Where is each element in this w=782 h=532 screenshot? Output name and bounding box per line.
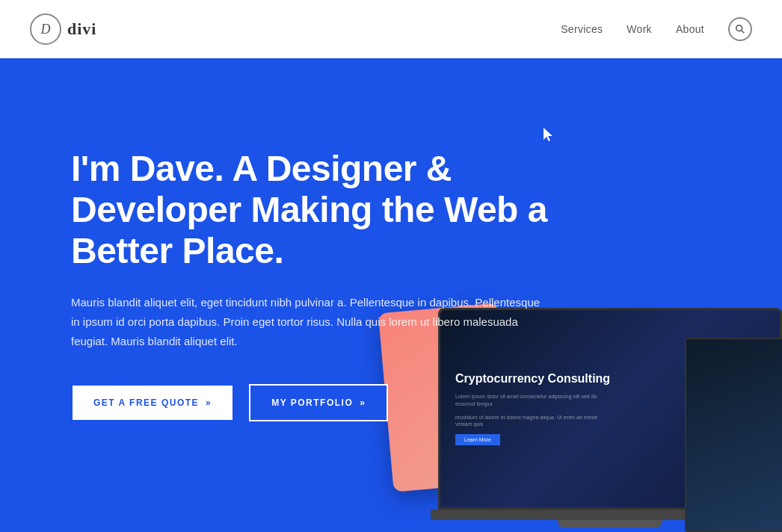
logo[interactable]: D divi bbox=[30, 13, 96, 45]
hero-content: I'm Dave. A Designer & Developer Making … bbox=[0, 148, 568, 421]
cursor-indicator bbox=[544, 128, 552, 141]
nav-about[interactable]: About bbox=[676, 23, 704, 35]
header: D divi Services Work About bbox=[0, 0, 782, 58]
secondary-screen-mockup bbox=[685, 338, 782, 532]
svg-marker-2 bbox=[544, 128, 552, 141]
svg-line-1 bbox=[742, 31, 745, 34]
hero-buttons: GET A FREE QUOTE » MY PORTFOLIO » bbox=[71, 384, 568, 421]
get-quote-button[interactable]: GET A FREE QUOTE » bbox=[71, 384, 234, 421]
navigation: Services Work About bbox=[561, 17, 752, 41]
hero-description: Mauris blandit aliquet elit, eget tincid… bbox=[71, 293, 549, 352]
hero-section: I'm Dave. A Designer & Developer Making … bbox=[0, 58, 782, 532]
search-button[interactable] bbox=[728, 17, 752, 41]
secondary-screen-content bbox=[686, 339, 782, 531]
laptop-stand bbox=[558, 520, 662, 528]
screen-learn-more-button[interactable]: Learn More bbox=[455, 434, 500, 445]
portfolio-button[interactable]: MY PORTFOLIO » bbox=[249, 384, 388, 421]
search-icon bbox=[735, 24, 745, 34]
hero-title: I'm Dave. A Designer & Developer Making … bbox=[71, 148, 568, 272]
svg-point-0 bbox=[736, 25, 742, 31]
logo-icon: D bbox=[30, 13, 61, 45]
nav-services[interactable]: Services bbox=[561, 23, 603, 35]
nav-work[interactable]: Work bbox=[626, 23, 652, 35]
logo-text: divi bbox=[67, 19, 96, 39]
